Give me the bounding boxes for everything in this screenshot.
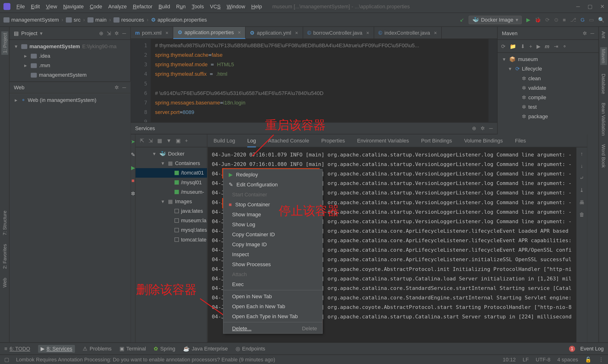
stop-icon[interactable]: ■: [131, 178, 134, 184]
profiler-icon[interactable]: ⊙: [554, 17, 558, 23]
editor[interactable]: 123456789 # thymeleaf\u9875\u9762\u7F13\…: [131, 39, 497, 122]
services-collapse-icon[interactable]: ─: [489, 125, 493, 131]
debug-button-icon[interactable]: 🐞: [535, 17, 541, 23]
close-icon[interactable]: ✕: [600, 3, 604, 10]
menu-window[interactable]: Window: [227, 3, 245, 10]
tab-close-icon[interactable]: ×: [238, 29, 241, 35]
tab-borrow-controller[interactable]: ©borrowController.java×: [303, 26, 374, 39]
group-icon[interactable]: ▦: [157, 137, 162, 144]
tab-pom[interactable]: mpom.xml×: [131, 26, 173, 39]
ctx-redeploy[interactable]: ▶Redeploy: [223, 169, 322, 180]
project-tree[interactable]: ▾managementSystem E:\lyking90-ma ▸.idea …: [10, 40, 130, 81]
scroll-to-end-icon[interactable]: ⤓: [580, 187, 584, 193]
status-lock-icon[interactable]: 🔓: [585, 356, 591, 363]
event-log-button[interactable]: Event Log: [580, 345, 604, 352]
side-tab-project[interactable]: 1: Project: [1, 31, 8, 55]
image-mysql[interactable]: mysql:lates: [136, 225, 207, 235]
collapse-icon[interactable]: ─: [122, 30, 126, 36]
console-tab-volumes[interactable]: Volume Bindings: [464, 137, 503, 144]
console-tab-files[interactable]: Files: [515, 137, 526, 144]
breadcrumb-main[interactable]: main: [87, 17, 106, 23]
web-tree[interactable]: ▸⚬Web (in managementSystem): [10, 93, 130, 342]
editor-minimap[interactable]: [489, 39, 497, 122]
expand-icon[interactable]: ⇲: [107, 30, 111, 36]
print-icon[interactable]: 🖶: [579, 199, 584, 206]
bottom-terminal[interactable]: ▣Terminal: [119, 345, 146, 352]
deploy-icon[interactable]: ➤: [131, 139, 135, 145]
bottom-problems[interactable]: ⚠Problems: [83, 345, 112, 352]
console-tab-log[interactable]: Log: [247, 137, 256, 147]
console-tab-attached[interactable]: Attached Console: [268, 137, 309, 144]
console-tab-ports[interactable]: Port Bindings: [421, 137, 452, 144]
tab-close-icon[interactable]: ×: [295, 30, 298, 36]
container-museum[interactable]: /museum-: [136, 187, 207, 197]
menu-vcs[interactable]: VCS: [210, 3, 221, 10]
bottom-services[interactable]: ▶8: Services: [38, 345, 75, 353]
start-icon[interactable]: ▶: [131, 165, 135, 171]
maven-settings-icon[interactable]: ✲: [582, 30, 587, 36]
run-button-icon[interactable]: ▶: [526, 17, 530, 23]
breadcrumb-resources[interactable]: resources: [114, 17, 144, 23]
services-tree[interactable]: ▾🐳Docker ▾▦Containers /tomcat01 /mysql01…: [136, 147, 207, 342]
menu-refactor[interactable]: Refactor: [133, 3, 153, 10]
build-icon[interactable]: ↙: [460, 17, 464, 23]
presentation-icon[interactable]: ▭: [589, 17, 594, 23]
menu-navigate[interactable]: Navigate: [63, 3, 84, 10]
tab-close-icon[interactable]: ×: [434, 30, 437, 36]
side-tab-web[interactable]: Web: [2, 278, 7, 287]
collapse-all-icon[interactable]: ⇲: [148, 137, 153, 144]
coverage-icon[interactable]: ⟳: [545, 17, 550, 23]
maven-offline-icon[interactable]: ⚬: [562, 43, 567, 49]
breadcrumb-root[interactable]: managementSystem: [4, 17, 59, 23]
menu-help[interactable]: Help: [251, 3, 262, 10]
stop-button-icon[interactable]: ■: [563, 17, 566, 23]
side-tab-structure[interactable]: 7: Structure: [2, 211, 7, 235]
status-more-icon[interactable]: ⋮: [598, 356, 604, 363]
maven-add-icon[interactable]: +: [529, 43, 532, 49]
image-tomcat[interactable]: tomcat:late: [136, 235, 207, 244]
container-mysql01[interactable]: /mysql01: [136, 178, 207, 187]
ctx-copy-image-id[interactable]: Copy Image ID: [223, 239, 322, 249]
ctx-open-each-type[interactable]: Open Each Type in New Tab: [223, 311, 322, 321]
status-encoding[interactable]: UTF-8: [536, 356, 550, 363]
side-tab-database[interactable]: Database: [601, 73, 606, 94]
maven-skip-icon[interactable]: ⇥: [554, 43, 558, 49]
scroll-down-icon[interactable]: ↓: [581, 163, 583, 169]
vcs-icon[interactable]: ⎇: [570, 17, 576, 23]
side-tab-ant[interactable]: Ant: [601, 31, 606, 38]
web-collapse-icon[interactable]: ─: [122, 85, 126, 91]
tab-close-icon[interactable]: ×: [366, 30, 369, 36]
maven-reimport-icon[interactable]: ⟳: [501, 43, 505, 49]
tab-close-icon[interactable]: ×: [166, 30, 169, 36]
menu-build[interactable]: Build: [158, 3, 170, 10]
menu-file[interactable]: File: [16, 3, 25, 10]
clear-icon[interactable]: 🗑: [579, 212, 584, 218]
ctx-inspect[interactable]: Inspect: [223, 249, 322, 259]
console-tab-env[interactable]: Environment Variables: [357, 137, 409, 144]
layout-icon[interactable]: ▣: [176, 137, 181, 144]
ctx-copy-container-id[interactable]: Copy Container ID: [223, 229, 322, 239]
ctx-open-new-tab[interactable]: Open in New Tab: [223, 291, 322, 301]
tab-application-properties[interactable]: ⚙application.properties×: [173, 26, 246, 39]
run-config-dropdown[interactable]: 🐳Docker Image▾: [468, 15, 522, 24]
image-java[interactable]: java:lates: [136, 206, 207, 216]
side-tab-favorites[interactable]: 2: Favorites: [2, 244, 7, 269]
status-cursor-pos[interactable]: 10:12: [503, 356, 516, 363]
maximize-icon[interactable]: ▢: [588, 3, 592, 10]
locate-icon[interactable]: ⊕: [99, 30, 103, 36]
status-line-sep[interactable]: LF: [523, 356, 529, 363]
menu-edit[interactable]: Edit: [31, 3, 40, 10]
edit-config-icon[interactable]: ✎: [131, 152, 135, 158]
menu-analyze[interactable]: Analyze: [108, 3, 127, 10]
scroll-up-icon[interactable]: ↑: [581, 151, 583, 157]
bottom-spring[interactable]: ✿Spring: [154, 345, 175, 352]
translate-icon[interactable]: G: [581, 17, 585, 23]
code-content[interactable]: # thymeleaf\u9875\u9762\u7F13\u5B58\u8BB…: [151, 39, 489, 122]
bottom-java-enterprise[interactable]: ☕Java Enterprise: [183, 345, 228, 352]
search-everywhere-icon[interactable]: 🔍: [598, 17, 604, 23]
minimize-icon[interactable]: ─: [576, 3, 580, 10]
ctx-exec[interactable]: Exec: [223, 279, 322, 289]
tab-index-controller[interactable]: ©indexController.java×: [374, 26, 442, 39]
menu-view[interactable]: View: [46, 3, 57, 10]
ctx-show-processes[interactable]: Show Processes: [223, 259, 322, 269]
